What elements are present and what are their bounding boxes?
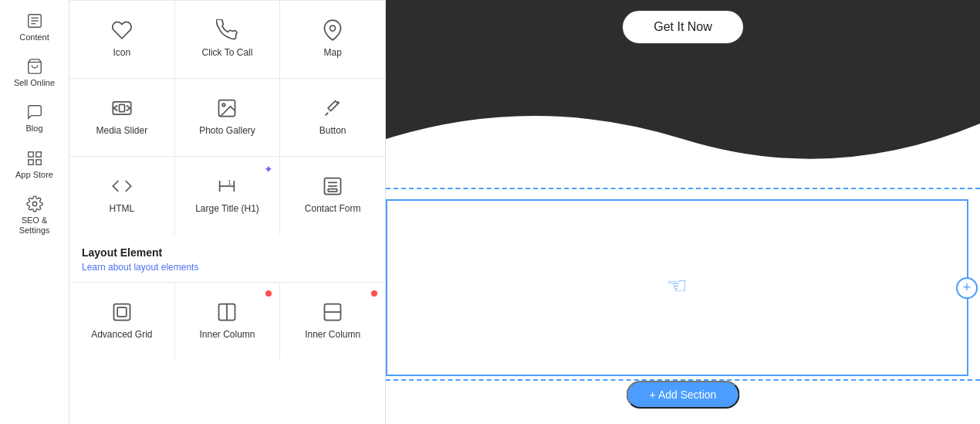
widget-photo-gallery[interactable]: Photo Gallery <box>175 79 280 156</box>
layout-section-header: Layout Element Learn about layout elemen… <box>69 234 385 282</box>
widget-inner-column-2[interactable]: Inner Column <box>280 283 385 360</box>
sidebar-item-blog[interactable]: Blog <box>4 97 66 140</box>
widget-button-label: Button <box>319 125 346 137</box>
selected-section-box[interactable]: + ☜ <box>386 199 968 376</box>
content-icon <box>26 12 43 29</box>
widget-media-slider-label: Media Slider <box>96 125 147 137</box>
svg-rect-6 <box>35 151 40 156</box>
sidebar-item-blog-label: Blog <box>25 124 42 134</box>
svg-text:1: 1 <box>228 179 232 186</box>
svg-rect-23 <box>113 304 130 321</box>
widgets-panel: Icon Click To Call Map Media Slider Phot… <box>69 0 386 424</box>
widgets-grid: Icon Click To Call Map Media Slider Phot… <box>69 0 385 234</box>
widget-inner-column-2-label: Inner Column <box>305 329 360 341</box>
inner-column-v-icon <box>322 301 343 323</box>
widget-advanced-grid[interactable]: Advanced Grid <box>69 283 174 360</box>
map-pin-icon <box>322 19 343 41</box>
get-it-now-button[interactable]: Get It Now <box>621 9 745 45</box>
sidebar-item-seo-label: SEO & Settings <box>7 215 63 236</box>
widget-photo-gallery-label: Photo Gallery <box>199 125 255 137</box>
sidebar: Content Sell Online Blog App Store SEO &… <box>0 0 69 424</box>
heart-icon <box>111 19 133 41</box>
layout-section-title: Layout Element <box>69 234 385 262</box>
sidebar-item-app-store[interactable]: App Store <box>4 144 66 186</box>
layout-learn-link[interactable]: Learn about layout elements <box>69 262 385 282</box>
svg-point-14 <box>223 103 226 107</box>
svg-rect-12 <box>119 105 124 112</box>
phone-icon <box>216 19 238 41</box>
ai-badge-icon: ✦ <box>264 163 273 175</box>
layout-widgets-grid: Advanced Grid Inner Column Inner Column <box>69 282 385 360</box>
canvas: Get It Now + ☜ + Add Section <box>386 0 980 424</box>
svg-rect-7 <box>28 159 32 164</box>
form-icon <box>322 175 343 197</box>
widget-large-title-label: Large Title (H1) <box>195 203 259 215</box>
widget-media-slider[interactable]: Media Slider <box>69 79 174 156</box>
widget-inner-column-1-label: Inner Column <box>199 329 255 341</box>
svg-rect-11 <box>113 102 130 114</box>
cart-icon <box>26 58 43 75</box>
widget-icon-label: Icon <box>113 47 130 59</box>
widget-button[interactable]: Button <box>280 79 385 156</box>
sidebar-item-sell-online[interactable]: Sell Online <box>4 52 66 94</box>
advanced-grid-icon <box>111 301 133 323</box>
svg-rect-8 <box>35 159 40 164</box>
widget-contact-form[interactable]: Contact Form <box>280 157 385 234</box>
widget-inner-column-1[interactable]: Inner Column <box>175 283 280 360</box>
photo-gallery-icon <box>216 97 238 119</box>
widget-click-to-call-label: Click To Call <box>202 47 253 59</box>
add-column-button[interactable]: + <box>956 277 978 299</box>
sidebar-item-appstore-label: App Store <box>15 170 53 180</box>
widget-contact-form-label: Contact Form <box>305 203 361 215</box>
widget-html[interactable]: HTML <box>69 157 174 234</box>
code-icon <box>111 175 133 197</box>
gear-icon <box>26 195 43 212</box>
badge-dot-2-icon <box>371 290 377 297</box>
media-slider-icon <box>111 97 133 119</box>
svg-point-9 <box>32 202 37 206</box>
sidebar-item-seo[interactable]: SEO & Settings <box>4 189 66 242</box>
widget-map-label: Map <box>323 47 341 59</box>
widget-icon[interactable]: Icon <box>69 1 174 78</box>
sidebar-item-content[interactable]: Content <box>4 6 66 49</box>
widget-click-to-call[interactable]: Click To Call <box>175 1 280 78</box>
add-section-button[interactable]: + Add Section <box>627 381 740 409</box>
grid-icon <box>26 150 43 167</box>
widget-html-label: HTML <box>109 203 134 215</box>
hero-button-container: Get It Now <box>386 9 980 45</box>
drag-cursor-icon: ☜ <box>667 272 688 299</box>
svg-rect-24 <box>117 307 127 317</box>
svg-rect-5 <box>28 151 32 156</box>
wave-svg <box>386 93 980 185</box>
widget-advanced-grid-label: Advanced Grid <box>91 329 152 341</box>
widget-large-title[interactable]: ✦ 1 Large Title (H1) <box>175 157 280 234</box>
chat-icon <box>26 103 43 120</box>
svg-point-10 <box>330 25 336 31</box>
sidebar-item-sell-label: Sell Online <box>14 78 55 88</box>
button-icon <box>322 97 343 119</box>
widget-map[interactable]: Map <box>280 1 385 78</box>
sidebar-item-content-label: Content <box>19 32 49 42</box>
dashed-top-border <box>386 188 980 189</box>
svg-rect-22 <box>328 189 337 192</box>
h1-icon: 1 <box>216 175 238 197</box>
badge-dot-icon <box>265 290 272 297</box>
inner-column-icon <box>216 301 238 323</box>
